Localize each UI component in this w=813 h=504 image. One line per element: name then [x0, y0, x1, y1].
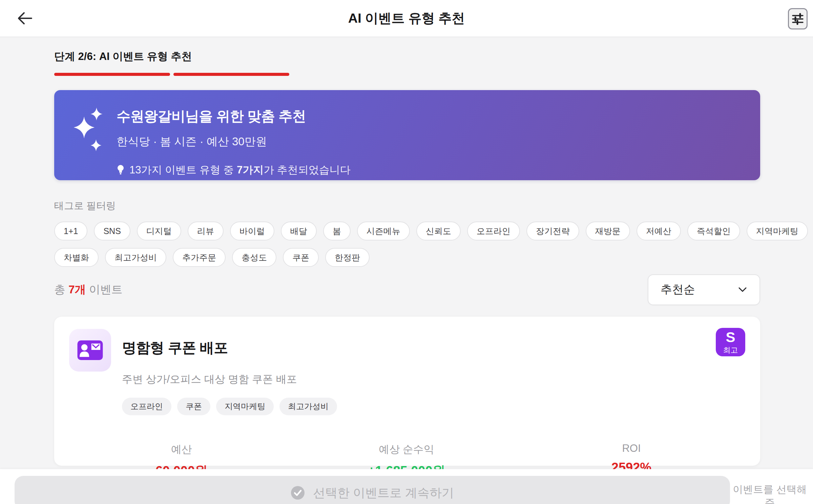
banner-title: 수원왕갈비님을 위한 맞춤 추천: [117, 107, 351, 126]
banner-info-text: 13가지 이벤트 유형 중 7가지가 추천되었습니다: [129, 163, 351, 177]
result-count: 총 7개 이벤트: [54, 282, 123, 297]
event-tags: 오프라인쿠폰지역마케팅최고가성비: [122, 398, 337, 415]
sort-dropdown[interactable]: 추천순: [648, 274, 760, 305]
tag-filter-pill[interactable]: 시즌메뉴: [357, 222, 410, 240]
tag-filter-pill[interactable]: SNS: [94, 222, 130, 240]
progress-bars: [54, 73, 289, 76]
tag-filter-pill[interactable]: 장기전략: [526, 222, 579, 240]
tag-filter-label: 태그로 필터링: [54, 199, 760, 213]
banner-subtitle: 한식당 · 봄 시즌 · 예산 30만원: [117, 134, 351, 149]
page-title: AI 이벤트 유형 추천: [348, 9, 465, 27]
filter-settings-button[interactable]: [788, 8, 808, 29]
progress-bar-segment: [173, 73, 289, 76]
tag-filter-section: 태그로 필터링 1+1SNS디지털리뷰바이럴배달봄시즌메뉴신뢰도오프라인장기전략…: [54, 199, 760, 267]
event-tag: 쿠폰: [177, 398, 210, 415]
tag-filter-pill[interactable]: 쿠폰: [283, 248, 319, 267]
tag-filter-pill[interactable]: 최고가성비: [105, 248, 166, 267]
banner-info: 13가지 이벤트 유형 중 7가지가 추천되었습니다: [117, 163, 351, 177]
event-title: 명함형 쿠폰 배포: [122, 338, 337, 357]
tag-filter-pill[interactable]: 충성도: [232, 248, 276, 267]
event-card-texts: 명함형 쿠폰 배포 주변 상가/오피스 대상 명함 쿠폰 배포 오프라인쿠폰지역…: [122, 329, 337, 415]
results-header: 총 7개 이벤트 추천순: [54, 274, 760, 305]
tag-filter-pill[interactable]: 즉석할인: [687, 222, 740, 240]
event-card-head: 명함형 쿠폰 배포 주변 상가/오피스 대상 명함 쿠폰 배포 오프라인쿠폰지역…: [69, 329, 744, 415]
back-button[interactable]: [14, 7, 36, 29]
check-circle-icon: [291, 486, 305, 500]
tag-filter-pill[interactable]: 차별화: [54, 248, 99, 267]
bottom-bar: 선택한 이벤트로 계속하기 이벤트를 선택해주세요: [0, 469, 813, 504]
lightbulb-icon: [117, 164, 125, 176]
event-description: 주변 상가/오피스 대상 명함 쿠폰 배포: [122, 372, 337, 386]
tag-filter-pill[interactable]: 한정판: [325, 248, 370, 267]
tag-filter-pill[interactable]: 봄: [323, 222, 351, 240]
event-tag: 최고가성비: [279, 398, 337, 415]
banner-texts: 수원왕갈비님을 위한 맞춤 추천 한식당 · 봄 시즌 · 예산 30만원 13…: [117, 107, 351, 177]
ai-event-recommendation-screen: AI 이벤트 유형 추천 단계 2/6: AI 이벤트 유형 추천: [0, 0, 813, 504]
grade-badge: S 최고: [716, 328, 745, 356]
tag-filter-pill[interactable]: 1+1: [54, 222, 87, 240]
continue-button-label: 선택한 이벤트로 계속하기: [313, 485, 454, 501]
event-icon-container: [69, 329, 111, 372]
grade-label: 최고: [723, 346, 738, 354]
selection-helper-text: 이벤트를 선택해주세요: [728, 483, 811, 504]
tag-filter-pill[interactable]: 배달: [281, 222, 317, 240]
contact-card-icon: [77, 340, 103, 360]
tag-filter-row-2: 차별화최고가성비추가주문충성도쿠폰한정판: [54, 248, 760, 267]
tag-filter-pill[interactable]: 추가주문: [173, 248, 226, 267]
tag-filter-pill[interactable]: 저예산: [637, 222, 681, 240]
sparkles-icon: [73, 106, 103, 155]
tag-filter-row-1: 1+1SNS디지털리뷰바이럴배달봄시즌메뉴신뢰도오프라인장기전략재방문저예산즉석…: [54, 222, 760, 240]
tag-filter-pill[interactable]: 신뢰도: [416, 222, 461, 240]
event-tag: 오프라인: [122, 398, 171, 415]
tag-filter-pill[interactable]: 재방문: [586, 222, 630, 240]
ai-recommendation-banner: 수원왕갈비님을 위한 맞춤 추천 한식당 · 봄 시즌 · 예산 30만원 13…: [54, 90, 760, 180]
top-bar: AI 이벤트 유형 추천: [0, 0, 813, 37]
tag-filter-pill[interactable]: 오프라인: [467, 222, 520, 240]
tag-filter-pill[interactable]: 바이럴: [230, 222, 274, 240]
arrow-left-icon: [17, 12, 33, 25]
chevron-down-icon: [738, 287, 747, 292]
sort-dropdown-value: 추천순: [661, 282, 695, 297]
step-label: 단계 2/6: AI 이벤트 유형 추천: [54, 49, 192, 64]
tune-sliders-icon: [792, 13, 804, 25]
tag-filter-pill[interactable]: 지역마케팅: [747, 222, 808, 240]
tag-filter-pill[interactable]: 리뷰: [188, 222, 224, 240]
result-count-number: 7개: [68, 283, 86, 296]
event-card[interactable]: 명함형 쿠폰 배포 주변 상가/오피스 대상 명함 쿠폰 배포 오프라인쿠폰지역…: [54, 317, 760, 466]
event-tag: 지역마케팅: [216, 398, 274, 415]
progress-bar-segment: [54, 73, 170, 76]
tag-filter-pill[interactable]: 디지털: [137, 222, 181, 240]
grade-letter: S: [726, 330, 735, 344]
continue-button[interactable]: 선택한 이벤트로 계속하기: [15, 476, 730, 504]
